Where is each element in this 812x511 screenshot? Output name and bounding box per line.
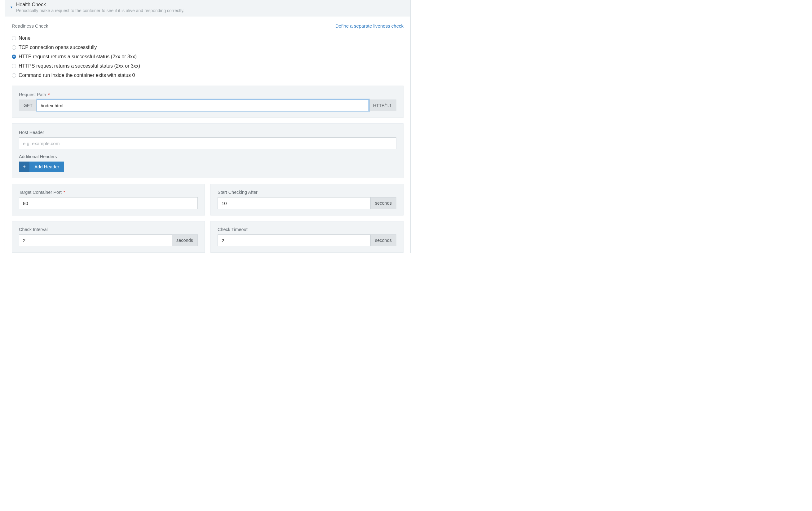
request-method-addon: GET [19, 100, 37, 111]
host-header-label: Host Header [19, 130, 397, 135]
request-path-label: Request Path * [19, 92, 397, 97]
check-timeout-input[interactable] [218, 234, 371, 246]
radio-option-tcp[interactable]: TCP connection opens successfully [12, 43, 404, 52]
radio-option-https[interactable]: HTTPS request returns a successful statu… [12, 61, 404, 71]
collapse-caret-icon[interactable]: ▼ [10, 6, 13, 9]
host-header-input[interactable] [19, 137, 397, 149]
radio-option-command[interactable]: Command run inside the container exits w… [12, 71, 404, 80]
start-after-label: Start Checking After [218, 190, 397, 195]
target-port-label: Target Container Port * [19, 190, 198, 195]
target-port-panel: Target Container Port * [12, 184, 205, 216]
radio-label: HTTP request returns a successful status… [19, 54, 137, 60]
check-timeout-panel: Check Timeout seconds [210, 221, 404, 253]
seconds-suffix: seconds [172, 234, 198, 246]
check-interval-label: Check Interval [19, 227, 198, 232]
required-star-icon: * [48, 92, 50, 97]
field-label-text: Target Container Port [19, 190, 62, 195]
health-check-section-header[interactable]: ▼ Health Check Periodically make a reque… [5, 0, 410, 17]
radio-icon [12, 45, 16, 50]
seconds-suffix: seconds [371, 234, 397, 246]
field-label-text: Request Path [19, 92, 46, 97]
target-port-input[interactable] [19, 197, 198, 209]
radio-label: None [19, 35, 30, 41]
add-header-button-label: Add Header [29, 162, 64, 172]
request-path-input[interactable] [37, 100, 369, 111]
check-timeout-label: Check Timeout [218, 227, 397, 232]
start-after-input[interactable] [218, 197, 371, 209]
define-liveness-link[interactable]: Define a separate liveness check [335, 23, 404, 29]
radio-label: TCP connection opens successfully [19, 45, 97, 50]
seconds-suffix: seconds [371, 197, 397, 209]
plus-icon: + [19, 162, 29, 172]
radio-icon [12, 73, 16, 78]
add-header-button[interactable]: + Add Header [19, 162, 64, 172]
radio-option-http[interactable]: HTTP request returns a successful status… [12, 52, 404, 61]
radio-option-none[interactable]: None [12, 33, 404, 43]
check-interval-input[interactable] [19, 234, 172, 246]
readiness-check-label: Readiness Check [12, 23, 48, 29]
readiness-radio-group: None TCP connection opens successfully H… [12, 33, 404, 80]
check-interval-panel: Check Interval seconds [12, 221, 205, 253]
radio-label: HTTPS request returns a successful statu… [19, 63, 140, 69]
radio-icon [12, 36, 16, 40]
start-after-panel: Start Checking After seconds [210, 184, 404, 216]
radio-label: Command run inside the container exits w… [19, 73, 135, 78]
radio-icon [12, 55, 16, 59]
radio-icon [12, 64, 16, 68]
section-description: Periodically make a request to the conta… [16, 8, 184, 13]
request-protocol-addon: HTTP/1.1 [369, 100, 397, 111]
section-title: Health Check [16, 2, 184, 7]
request-path-panel: Request Path * GET HTTP/1.1 [12, 86, 404, 118]
additional-headers-label: Additional Headers [19, 154, 397, 159]
required-star-icon: * [63, 190, 65, 195]
host-header-panel: Host Header Additional Headers + Add Hea… [12, 123, 404, 178]
